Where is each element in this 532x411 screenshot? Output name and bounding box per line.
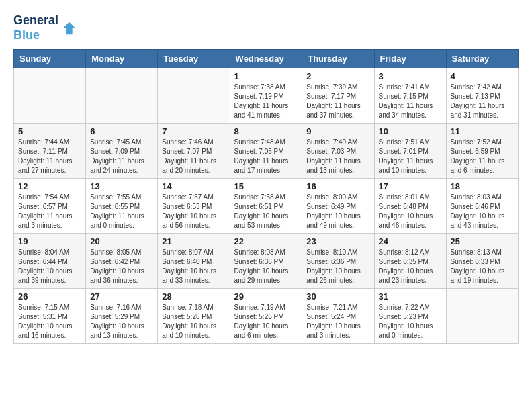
day-content: Sunrise: 7:49 AM Sunset: 7:03 PM Dayligh… <box>306 138 369 175</box>
calendar-cell: 5Sunrise: 7:44 AM Sunset: 7:11 PM Daylig… <box>14 124 86 179</box>
calendar-week-row: 19Sunrise: 8:04 AM Sunset: 6:44 PM Dayli… <box>14 234 519 289</box>
calendar-cell: 9Sunrise: 7:49 AM Sunset: 7:03 PM Daylig… <box>302 124 374 179</box>
day-content: Sunrise: 8:04 AM Sunset: 6:44 PM Dayligh… <box>18 248 81 285</box>
day-content: Sunrise: 8:12 AM Sunset: 6:35 PM Dayligh… <box>379 248 442 285</box>
calendar-cell: 20Sunrise: 8:05 AM Sunset: 6:42 PM Dayli… <box>86 234 158 289</box>
day-number: 24 <box>379 236 442 246</box>
day-content: Sunrise: 8:07 AM Sunset: 6:40 PM Dayligh… <box>162 248 225 285</box>
calendar-cell: 17Sunrise: 8:01 AM Sunset: 6:48 PM Dayli… <box>374 179 446 234</box>
day-number: 22 <box>234 236 298 246</box>
day-content: Sunrise: 8:13 AM Sunset: 6:33 PM Dayligh… <box>451 248 514 285</box>
day-number: 17 <box>379 181 442 191</box>
calendar-cell: 1Sunrise: 7:38 AM Sunset: 7:19 PM Daylig… <box>230 68 302 124</box>
day-number: 6 <box>90 126 153 136</box>
day-number: 19 <box>18 236 81 246</box>
calendar-week-row: 1Sunrise: 7:38 AM Sunset: 7:19 PM Daylig… <box>14 68 519 124</box>
calendar-week-row: 26Sunrise: 7:15 AM Sunset: 5:31 PM Dayli… <box>14 289 519 344</box>
day-number: 9 <box>306 126 369 136</box>
calendar-cell: 11Sunrise: 7:52 AM Sunset: 6:59 PM Dayli… <box>446 124 518 179</box>
calendar-cell: 26Sunrise: 7:15 AM Sunset: 5:31 PM Dayli… <box>14 289 86 344</box>
calendar-cell <box>158 68 230 124</box>
calendar-cell: 23Sunrise: 8:10 AM Sunset: 6:36 PM Dayli… <box>302 234 374 289</box>
day-number: 30 <box>306 291 369 302</box>
weekday-header-wednesday: Wednesday <box>230 50 302 68</box>
day-number: 8 <box>234 126 298 136</box>
day-content: Sunrise: 8:05 AM Sunset: 6:42 PM Dayligh… <box>90 248 153 285</box>
day-number: 16 <box>306 181 369 191</box>
day-number: 7 <box>162 126 225 136</box>
calendar-cell: 18Sunrise: 8:03 AM Sunset: 6:46 PM Dayli… <box>446 179 518 234</box>
day-number: 4 <box>451 71 514 81</box>
day-content: Sunrise: 8:01 AM Sunset: 6:48 PM Dayligh… <box>379 193 442 230</box>
calendar-cell: 7Sunrise: 7:46 AM Sunset: 7:07 PM Daylig… <box>158 124 230 179</box>
day-number: 18 <box>451 181 514 191</box>
day-content: Sunrise: 7:39 AM Sunset: 7:17 PM Dayligh… <box>306 83 369 120</box>
day-content: Sunrise: 8:00 AM Sunset: 6:49 PM Dayligh… <box>306 193 369 230</box>
day-content: Sunrise: 7:21 AM Sunset: 5:24 PM Dayligh… <box>306 303 369 340</box>
day-number: 15 <box>234 181 298 191</box>
calendar-cell: 2Sunrise: 7:39 AM Sunset: 7:17 PM Daylig… <box>302 68 374 124</box>
calendar-cell <box>446 289 518 344</box>
day-number: 29 <box>234 291 298 302</box>
day-number: 2 <box>306 71 369 81</box>
calendar-cell: 28Sunrise: 7:18 AM Sunset: 5:28 PM Dayli… <box>158 289 230 344</box>
calendar-cell: 16Sunrise: 8:00 AM Sunset: 6:49 PM Dayli… <box>302 179 374 234</box>
day-content: Sunrise: 7:52 AM Sunset: 6:59 PM Dayligh… <box>451 138 514 175</box>
day-number: 21 <box>162 236 225 246</box>
day-number: 13 <box>90 181 153 191</box>
calendar-cell: 24Sunrise: 8:12 AM Sunset: 6:35 PM Dayli… <box>374 234 446 289</box>
day-content: Sunrise: 7:19 AM Sunset: 5:26 PM Dayligh… <box>234 303 298 340</box>
calendar-cell: 12Sunrise: 7:54 AM Sunset: 6:57 PM Dayli… <box>14 179 86 234</box>
day-content: Sunrise: 7:18 AM Sunset: 5:28 PM Dayligh… <box>162 303 225 340</box>
day-content: Sunrise: 7:41 AM Sunset: 7:15 PM Dayligh… <box>379 83 442 120</box>
calendar-week-row: 5Sunrise: 7:44 AM Sunset: 7:11 PM Daylig… <box>14 124 519 179</box>
weekday-header-friday: Friday <box>374 50 446 68</box>
weekday-header-sunday: Sunday <box>14 50 86 68</box>
day-number: 5 <box>18 126 81 136</box>
calendar-cell: 10Sunrise: 7:51 AM Sunset: 7:01 PM Dayli… <box>374 124 446 179</box>
weekday-header-thursday: Thursday <box>302 50 374 68</box>
calendar-cell: 13Sunrise: 7:55 AM Sunset: 6:55 PM Dayli… <box>86 179 158 234</box>
day-content: Sunrise: 7:54 AM Sunset: 6:57 PM Dayligh… <box>18 193 81 230</box>
calendar-table: SundayMondayTuesdayWednesdayThursdayFrid… <box>13 49 519 344</box>
calendar-cell: 22Sunrise: 8:08 AM Sunset: 6:38 PM Dayli… <box>230 234 302 289</box>
calendar-week-row: 12Sunrise: 7:54 AM Sunset: 6:57 PM Dayli… <box>14 179 519 234</box>
calendar-cell <box>14 68 86 124</box>
day-number: 27 <box>90 291 153 302</box>
day-number: 14 <box>162 181 225 191</box>
day-content: Sunrise: 7:42 AM Sunset: 7:13 PM Dayligh… <box>451 83 514 120</box>
day-number: 28 <box>162 291 225 302</box>
weekday-header-tuesday: Tuesday <box>158 50 230 68</box>
day-content: Sunrise: 7:16 AM Sunset: 5:29 PM Dayligh… <box>90 303 153 340</box>
day-number: 31 <box>379 291 442 302</box>
day-content: Sunrise: 7:58 AM Sunset: 6:51 PM Dayligh… <box>234 193 298 230</box>
logo-text: GeneralBlue <box>13 13 58 42</box>
day-content: Sunrise: 7:15 AM Sunset: 5:31 PM Dayligh… <box>18 303 81 340</box>
calendar-cell: 30Sunrise: 7:21 AM Sunset: 5:24 PM Dayli… <box>302 289 374 344</box>
calendar-cell: 4Sunrise: 7:42 AM Sunset: 7:13 PM Daylig… <box>446 68 518 124</box>
day-content: Sunrise: 8:03 AM Sunset: 6:46 PM Dayligh… <box>451 193 514 230</box>
calendar-cell: 8Sunrise: 7:48 AM Sunset: 7:05 PM Daylig… <box>230 124 302 179</box>
day-number: 3 <box>379 71 442 81</box>
calendar-header-row: SundayMondayTuesdayWednesdayThursdayFrid… <box>14 50 519 68</box>
calendar-cell <box>86 68 158 124</box>
calendar-cell: 27Sunrise: 7:16 AM Sunset: 5:29 PM Dayli… <box>86 289 158 344</box>
day-content: Sunrise: 7:45 AM Sunset: 7:09 PM Dayligh… <box>90 138 153 175</box>
day-content: Sunrise: 7:51 AM Sunset: 7:01 PM Dayligh… <box>379 138 442 175</box>
day-content: Sunrise: 8:08 AM Sunset: 6:38 PM Dayligh… <box>234 248 298 285</box>
logo-icon <box>60 19 79 38</box>
calendar-cell: 14Sunrise: 7:57 AM Sunset: 6:53 PM Dayli… <box>158 179 230 234</box>
day-number: 10 <box>379 126 442 136</box>
day-number: 20 <box>90 236 153 246</box>
logo: GeneralBlue <box>13 13 79 42</box>
calendar-cell: 31Sunrise: 7:22 AM Sunset: 5:23 PM Dayli… <box>374 289 446 344</box>
day-number: 12 <box>18 181 81 191</box>
page-header: GeneralBlue <box>13 13 519 42</box>
calendar-cell: 29Sunrise: 7:19 AM Sunset: 5:26 PM Dayli… <box>230 289 302 344</box>
day-content: Sunrise: 7:44 AM Sunset: 7:11 PM Dayligh… <box>18 138 81 175</box>
weekday-header-monday: Monday <box>86 50 158 68</box>
calendar-cell: 6Sunrise: 7:45 AM Sunset: 7:09 PM Daylig… <box>86 124 158 179</box>
day-number: 11 <box>451 126 514 136</box>
day-number: 1 <box>234 71 298 81</box>
day-content: Sunrise: 7:55 AM Sunset: 6:55 PM Dayligh… <box>90 193 153 230</box>
